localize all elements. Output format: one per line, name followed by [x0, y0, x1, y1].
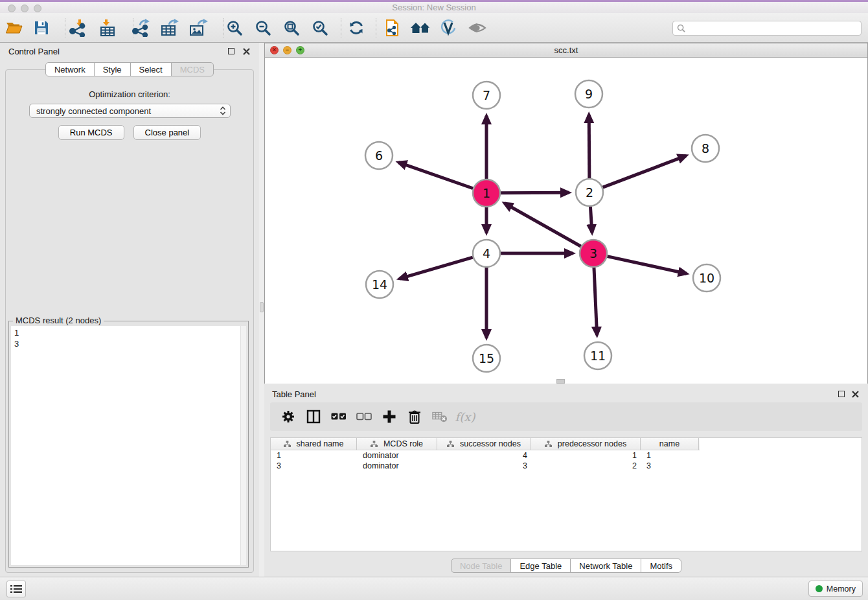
- result-scrollbar[interactable]: [240, 326, 246, 565]
- show-hidden-button[interactable]: [467, 17, 488, 38]
- graph-edge-2-8[interactable]: [603, 156, 687, 187]
- column-header-predecessor-nodes[interactable]: predecessor nodes: [531, 438, 641, 450]
- graph-node-1[interactable]: 1: [473, 179, 500, 207]
- cell-name[interactable]: 1: [641, 450, 699, 461]
- column-header-shared-name[interactable]: shared name: [271, 438, 357, 450]
- memory-button[interactable]: Memory: [808, 581, 863, 597]
- cell-successor-nodes[interactable]: 4: [437, 450, 531, 461]
- splitter-grip-icon[interactable]: [260, 302, 264, 312]
- table-row[interactable]: 1 dominator 4 1 1: [271, 450, 700, 461]
- tab-mcds-label: MCDS: [180, 65, 205, 75]
- cell-mcds-role[interactable]: dominator: [357, 461, 437, 471]
- table-float-button[interactable]: [838, 391, 845, 397]
- cell-predecessor-nodes[interactable]: 2: [531, 461, 641, 471]
- graph-node-10[interactable]: 10: [693, 264, 720, 292]
- cell-shared-name[interactable]: 1: [271, 450, 357, 461]
- graph-edge-2-9[interactable]: [589, 115, 589, 178]
- column-header-successor-nodes[interactable]: successor nodes: [437, 438, 531, 450]
- graph-node-15[interactable]: 15: [473, 345, 500, 372]
- open-session-button[interactable]: [4, 17, 25, 38]
- network-graph[interactable]: 1234678910111415: [265, 58, 867, 384]
- close-panel-button[interactable]: Close panel: [133, 125, 201, 140]
- tab-network-table-label: Network Table: [579, 561, 632, 571]
- task-history-button[interactable]: [6, 581, 26, 597]
- mcds-result-text[interactable]: 1 3: [11, 326, 246, 565]
- graph-edge-1-6[interactable]: [398, 163, 473, 189]
- run-mcds-button[interactable]: Run MCDS: [58, 125, 124, 140]
- tab-network-table[interactable]: Network Table: [570, 559, 641, 573]
- hide-selected-button[interactable]: [438, 17, 459, 38]
- column-label: name: [659, 439, 680, 448]
- import-table-icon: [99, 19, 116, 37]
- toolbar-separator: [65, 18, 65, 38]
- graph-node-14[interactable]: 14: [366, 271, 393, 298]
- close-panel-icon[interactable]: [243, 48, 250, 55]
- select-all-button[interactable]: [331, 409, 347, 424]
- zoom-out-button[interactable]: [253, 17, 273, 38]
- export-table-button[interactable]: [159, 17, 180, 38]
- zoom-fit-button[interactable]: [281, 17, 302, 38]
- cell-successor-nodes[interactable]: 3: [437, 461, 531, 471]
- network-canvas[interactable]: 1234678910111415: [265, 58, 867, 384]
- home-view-button[interactable]: [410, 17, 431, 38]
- export-network-button[interactable]: [131, 17, 152, 38]
- add-column-button[interactable]: [382, 409, 397, 424]
- graph-edge-3-10[interactable]: [607, 257, 686, 274]
- tab-mcds[interactable]: MCDS: [171, 62, 214, 76]
- graph-node-4[interactable]: 4: [473, 240, 500, 267]
- float-panel-button[interactable]: [228, 48, 234, 54]
- split-panel-button[interactable]: [306, 409, 321, 424]
- column-header-name[interactable]: name: [641, 438, 699, 450]
- criterion-value: strongly connected component: [36, 106, 220, 116]
- graph-node-7[interactable]: 7: [473, 82, 500, 109]
- graph-node-8[interactable]: 8: [692, 135, 719, 162]
- cell-shared-name[interactable]: 3: [271, 461, 357, 471]
- tab-network[interactable]: Network: [45, 62, 95, 76]
- column-header-mcds-role[interactable]: MCDS role: [357, 438, 437, 450]
- zoom-in-button[interactable]: [224, 17, 245, 38]
- tab-edge-table[interactable]: Edge Table: [510, 559, 571, 573]
- tab-node-table[interactable]: Node Table: [451, 559, 512, 573]
- graph-node-11[interactable]: 11: [584, 342, 611, 369]
- delete-selected-button[interactable]: [407, 409, 422, 424]
- tab-motifs[interactable]: Motifs: [641, 559, 681, 573]
- chevron-up-down-icon: [220, 106, 226, 115]
- cell-mcds-role[interactable]: dominator: [357, 450, 437, 461]
- function-builder-button[interactable]: f(x): [457, 409, 473, 424]
- panel-splitter[interactable]: [259, 43, 264, 577]
- hide-selected-icon: [440, 19, 457, 36]
- graph-edge-1-2[interactable]: [501, 192, 569, 193]
- deselect-all-button[interactable]: [356, 409, 372, 424]
- refresh-layout-button[interactable]: [346, 17, 367, 38]
- delete-table-button[interactable]: [432, 409, 448, 424]
- cell-predecessor-nodes[interactable]: 1: [531, 450, 641, 461]
- import-network-button[interactable]: [67, 17, 88, 38]
- graph-edge-2-3[interactable]: [590, 207, 592, 233]
- control-panel: Control Panel Network Style Select MCDS …: [0, 43, 259, 577]
- export-image-button[interactable]: [188, 17, 209, 38]
- graph-node-label: 8: [702, 141, 709, 156]
- tab-select[interactable]: Select: [130, 62, 172, 76]
- cell-name[interactable]: 3: [641, 461, 699, 471]
- graph-edge-3-11[interactable]: [594, 268, 597, 335]
- clone-network-button[interactable]: [382, 17, 402, 38]
- graph-edge-4-14[interactable]: [400, 257, 473, 279]
- search-input[interactable]: [688, 22, 861, 34]
- table-close-icon[interactable]: [852, 391, 859, 398]
- graph-node-3[interactable]: 3: [580, 240, 607, 267]
- import-table-button[interactable]: [97, 17, 118, 38]
- graph-edge-3-1[interactable]: [505, 203, 581, 246]
- canvas-resize-grip[interactable]: [556, 379, 565, 384]
- criterion-select[interactable]: strongly connected component: [29, 104, 231, 118]
- eye-icon: [468, 21, 486, 35]
- memory-label: Memory: [827, 584, 856, 594]
- graph-node-9[interactable]: 9: [575, 80, 602, 108]
- graph-node-6[interactable]: 6: [365, 142, 393, 169]
- network-window-titlebar[interactable]: ✕ − + scc.txt: [265, 43, 867, 58]
- tab-style[interactable]: Style: [94, 62, 131, 76]
- table-settings-button[interactable]: [280, 409, 296, 424]
- table-row[interactable]: 3 dominator 3 2 3: [271, 461, 700, 471]
- save-session-button[interactable]: [31, 17, 52, 38]
- graph-node-2[interactable]: 2: [576, 179, 603, 206]
- zoom-selected-button[interactable]: [310, 17, 330, 38]
